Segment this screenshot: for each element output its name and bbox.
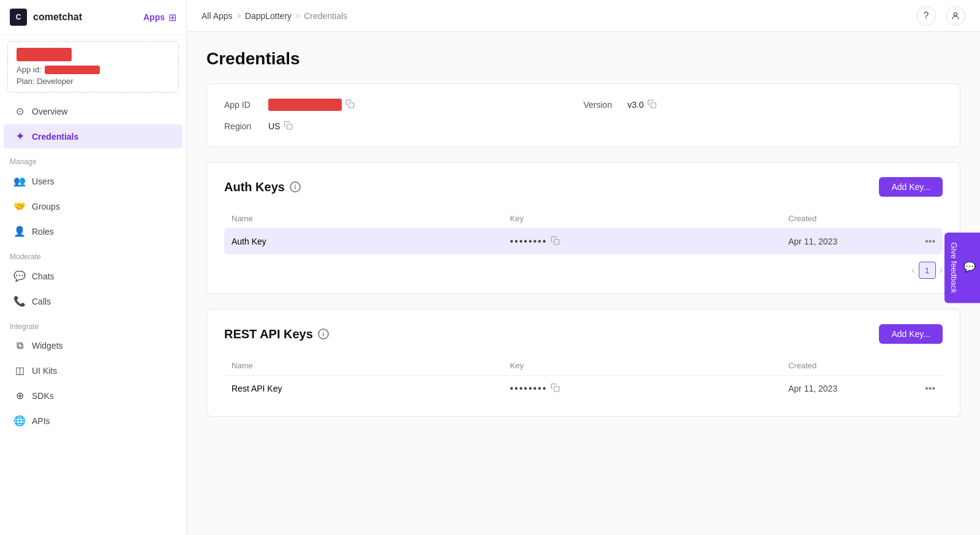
user-profile-button[interactable] xyxy=(946,6,965,26)
page-title: Credentials xyxy=(206,49,960,69)
sidebar-item-uikits[interactable]: ◫ UI Kits xyxy=(4,359,183,382)
rest-api-keys-info-icon[interactable]: i xyxy=(318,328,329,340)
sidebar-item-label: UI Kits xyxy=(32,366,57,376)
sidebar-item-label: Widgets xyxy=(32,341,63,351)
region-copy-icon[interactable] xyxy=(284,121,293,132)
sidebar-item-label: Calls xyxy=(32,297,51,306)
rest-api-key-dots: •••••••• xyxy=(510,383,548,394)
rest-api-key-name: Rest API Key xyxy=(232,384,510,393)
help-button[interactable]: ? xyxy=(916,6,936,26)
svg-point-0 xyxy=(954,12,957,15)
col-name-header: Name xyxy=(232,214,510,223)
sidebar-item-sdks[interactable]: ⊕ SDKs xyxy=(4,384,183,408)
apps-grid-icon[interactable]: ⊞ xyxy=(168,12,176,23)
calls-icon: 📞 xyxy=(13,295,26,307)
rest-api-keys-title-text: REST API Keys xyxy=(224,327,313,341)
version-label: Version xyxy=(584,100,620,110)
page-1-button[interactable]: 1 xyxy=(919,262,936,279)
sidebar-item-label: Groups xyxy=(32,202,60,211)
prev-page-icon[interactable]: ‹ xyxy=(911,265,914,276)
sidebar-item-calls[interactable]: 📞 Calls xyxy=(4,289,183,313)
col-created-header: Created xyxy=(788,214,911,223)
credentials-icon: ✦ xyxy=(13,131,26,142)
rest-col-created-header: Created xyxy=(788,361,911,370)
app-name-redacted xyxy=(17,48,72,61)
logo-letter: C xyxy=(16,13,21,21)
region-row: Region US xyxy=(224,121,584,132)
rest-api-key-row: Rest API Key •••••••• Apr 11, 2023 ••• xyxy=(224,376,943,401)
app-id-row: App ID xyxy=(224,99,584,111)
col-actions-header xyxy=(911,214,935,223)
region-value: US xyxy=(268,121,293,132)
breadcrumb: All Apps > DappLottery > Credentials xyxy=(202,11,347,21)
sidebar-item-widgets[interactable]: ⧉ Widgets xyxy=(4,334,183,357)
users-icon: 👥 xyxy=(13,175,26,187)
breadcrumb-all-apps[interactable]: All Apps xyxy=(202,11,233,21)
apps-nav-label[interactable]: Apps xyxy=(143,12,165,22)
credentials-info-card: App ID Version v3.0 xyxy=(206,83,960,147)
auth-keys-header: Auth Keys i Add Key... xyxy=(224,177,943,197)
version-copy-icon[interactable] xyxy=(647,99,657,110)
widgets-icon: ⧉ xyxy=(13,340,26,351)
feedback-chat-icon: 💬 xyxy=(963,261,975,273)
svg-rect-1 xyxy=(349,103,354,108)
manage-section-label: Manage xyxy=(0,149,186,169)
feedback-tab[interactable]: 💬 Give feedback xyxy=(944,232,980,303)
add-auth-key-button[interactable]: Add Key... xyxy=(879,177,943,197)
rest-api-key-value: •••••••• xyxy=(510,383,789,394)
sidebar-item-credentials[interactable]: ✦ Credentials xyxy=(4,124,183,148)
app-id-value xyxy=(268,99,355,111)
rest-col-name-header: Name xyxy=(232,361,510,370)
sidebar-item-groups[interactable]: 🤝 Groups xyxy=(4,194,183,218)
sidebar: C cometchat Apps ⊞ App id: Plan: Develop… xyxy=(0,0,187,535)
region-text: US xyxy=(268,121,280,131)
auth-key-name: Auth Key xyxy=(232,237,510,246)
sidebar-item-label: Roles xyxy=(32,227,54,237)
main-content: All Apps > DappLottery > Credentials ? C… xyxy=(187,0,980,535)
sidebar-item-roles[interactable]: 👤 Roles xyxy=(4,219,183,243)
app-id-sidebar-value xyxy=(45,66,100,74)
auth-keys-info-icon[interactable]: i xyxy=(290,181,301,192)
app-id-row: App id: xyxy=(17,65,170,74)
svg-rect-4 xyxy=(554,240,559,245)
sidebar-item-users[interactable]: 👥 Users xyxy=(4,169,183,193)
moderate-section-label: Moderate xyxy=(0,244,186,264)
groups-icon: 🤝 xyxy=(13,200,26,212)
next-page-icon[interactable]: › xyxy=(940,265,943,276)
sdks-icon: ⊕ xyxy=(13,390,26,401)
version-row: Version v3.0 xyxy=(584,99,943,111)
sidebar-item-chats[interactable]: 💬 Chats xyxy=(4,264,183,288)
svg-rect-3 xyxy=(287,124,292,129)
sidebar-item-apis[interactable]: 🌐 APIs xyxy=(4,409,183,433)
logo-text: cometchat xyxy=(33,12,82,23)
rest-api-key-copy-icon[interactable] xyxy=(551,383,560,394)
app-id-label: App ID xyxy=(224,100,261,110)
logo-icon: C xyxy=(10,9,27,26)
breadcrumb-current: Credentials xyxy=(304,11,347,21)
breadcrumb-app-name[interactable]: DappLottery xyxy=(245,11,292,21)
app-plan: Plan: Developer xyxy=(17,77,170,86)
rest-api-keys-header: REST API Keys i Add Key... xyxy=(224,324,943,344)
credentials-grid: App ID Version v3.0 xyxy=(224,99,943,132)
rest-col-actions-header xyxy=(911,361,935,370)
integrate-section-label: Integrate xyxy=(0,314,186,333)
app-id-copy-icon[interactable] xyxy=(345,99,355,110)
auth-keys-pagination: ‹ 1 › xyxy=(224,254,943,279)
uikits-icon: ◫ xyxy=(13,365,26,376)
version-value: v3.0 xyxy=(628,99,657,110)
rest-api-key-created: Apr 11, 2023 xyxy=(788,384,911,393)
apps-nav[interactable]: Apps ⊞ xyxy=(143,12,176,23)
breadcrumb-sep1: > xyxy=(236,11,241,21)
app-info-box: App id: Plan: Developer xyxy=(7,41,179,93)
auth-keys-title: Auth Keys i xyxy=(224,180,301,194)
auth-key-copy-icon[interactable] xyxy=(551,236,560,247)
add-rest-api-key-button[interactable]: Add Key... xyxy=(879,324,943,344)
sidebar-item-overview[interactable]: ⊙ Overview xyxy=(4,99,183,123)
rest-api-key-more-icon[interactable]: ••• xyxy=(911,383,935,394)
auth-key-more-icon[interactable]: ••• xyxy=(911,236,935,247)
app-id-redacted xyxy=(268,99,342,111)
sidebar-item-label: Chats xyxy=(32,271,55,281)
svg-rect-5 xyxy=(554,387,559,392)
auth-keys-title-text: Auth Keys xyxy=(224,180,285,194)
roles-icon: 👤 xyxy=(13,226,26,237)
